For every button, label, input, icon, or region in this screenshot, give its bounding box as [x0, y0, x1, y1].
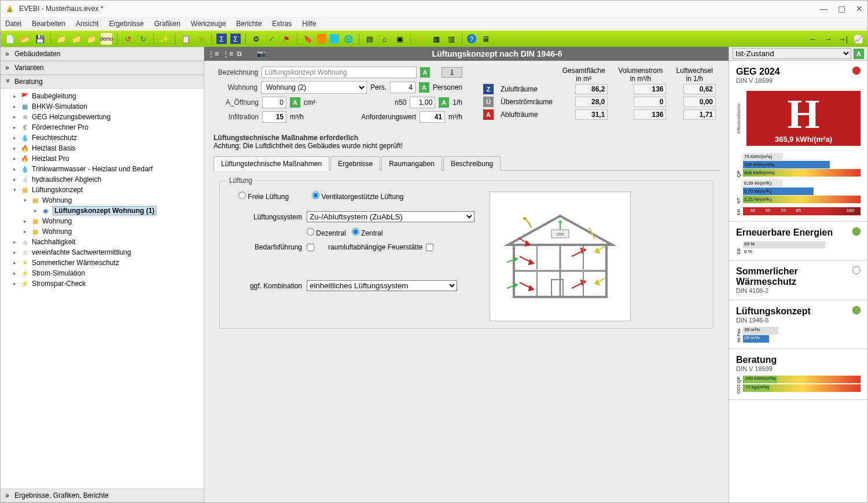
select-kombi[interactable]: einheitliches Lüftungssystem: [307, 280, 457, 291]
select-wohnung[interactable]: Wohnung (2): [261, 81, 367, 94]
tree-item[interactable]: ▸⌂Nachhaltigkeit: [1, 237, 204, 247]
select-lueftsystem[interactable]: Zu-/Abluftsystem (ZuAbLS): [307, 211, 475, 222]
menu-werkzeuge[interactable]: Werkzeuge: [191, 20, 226, 28]
home-icon[interactable]: ⌂: [379, 33, 391, 45]
maximize-button[interactable]: ▢: [838, 4, 845, 13]
minimize-button[interactable]: —: [819, 4, 827, 13]
cyan-icon[interactable]: [330, 34, 339, 43]
folder-icon[interactable]: 📁: [56, 33, 67, 45]
tree-item[interactable]: ▸🚩Baubegleitung: [1, 91, 204, 101]
input-pers[interactable]: [390, 82, 415, 93]
tree-icon: ⚡: [20, 279, 30, 288]
tree-item[interactable]: ▸▦Wohnung: [1, 216, 204, 226]
folder-plus-icon[interactable]: 📁: [71, 33, 82, 45]
tree-item[interactable]: ▸🔥Heizlast Pro: [1, 153, 204, 164]
folder-arrow-icon[interactable]: 📁: [86, 33, 97, 45]
tb-copy-icon[interactable]: ⧉: [237, 50, 242, 58]
settings-icon[interactable]: ⚙: [251, 33, 262, 45]
menu-berichte[interactable]: Berichte: [236, 20, 262, 28]
sigma2-icon[interactable]: Σ: [230, 34, 241, 44]
radio-freie[interactable]: Freie Lüftung: [238, 192, 289, 201]
new-icon[interactable]: 📄: [4, 33, 16, 45]
input-bezeichnung[interactable]: [262, 67, 416, 78]
orange-icon[interactable]: [317, 34, 326, 43]
redo-icon[interactable]: ↻: [137, 33, 149, 45]
tree-item[interactable]: ▸▦BHKW-Simulation: [1, 101, 204, 112]
menu-ansicht[interactable]: Ansicht: [76, 20, 98, 28]
menu-ergebnisse[interactable]: Ergebnisse: [109, 20, 144, 28]
label-bedarf: Bedarfsführung: [227, 243, 302, 251]
section-beratung[interactable]: »Beratung: [1, 75, 204, 89]
tree-item[interactable]: ▸💧Feuchteschutz: [1, 133, 204, 143]
tree-item[interactable]: ▸€Förderrechner Pro: [1, 122, 204, 133]
menu-bearbeiten[interactable]: Bearbeiten: [32, 20, 65, 28]
tree-item[interactable]: ▸▦Wohnung: [1, 226, 204, 237]
close-button[interactable]: ✕: [856, 4, 863, 13]
input-n50[interactable]: [410, 97, 435, 108]
svg-marker-27: [595, 248, 599, 253]
tb2-icon[interactable]: ⋮≡: [222, 50, 233, 58]
svg-marker-23: [514, 258, 517, 262]
tree-item[interactable]: ▸⌂vereinfachte Sachwertermittlung: [1, 247, 204, 258]
help-icon[interactable]: ?: [467, 34, 476, 43]
tree-item[interactable]: ▸☀Sommerlicher Wärmeschutz: [1, 258, 204, 268]
flag-icon[interactable]: ⚑: [281, 33, 292, 45]
svg-marker-21: [525, 241, 530, 246]
tree-item[interactable]: ▸◉Lüftungskonzept Wohnung (1): [1, 205, 204, 216]
sun-icon[interactable]: ☀: [415, 33, 427, 45]
tree-item[interactable]: ▸⌂hydraulischer Abgleich: [1, 174, 204, 185]
section-ergebnisse[interactable]: »Ergebnisse, Grafiken, Berichte: [1, 489, 204, 502]
chart-icon[interactable]: 📈: [852, 33, 864, 45]
db-icon[interactable]: ▤: [364, 33, 376, 45]
skip-icon[interactable]: →|: [837, 33, 849, 45]
menu-hilfe[interactable]: Hilfe: [302, 20, 316, 28]
badge-ist-icon[interactable]: A: [854, 49, 864, 59]
tb-camera-icon[interactable]: 📷: [257, 50, 266, 58]
tree-icon: ⌂: [20, 237, 30, 247]
radio-dezentral[interactable]: Dezentral: [307, 228, 346, 237]
main-toolbar: 📄 📂 💾 📁 📁 📁 demo ↺ ↻ ✨ 📋 ⇲ Σ Σ ⚙ ✓ ⚑ 🔖 🌐…: [1, 31, 867, 47]
tree-item[interactable]: ▸💧Trinkwarmwasser - Heizlast und Bedarf: [1, 164, 204, 174]
tree-item[interactable]: ▾▦Wohnung: [1, 195, 204, 205]
tree-item[interactable]: ▸⚡Strom-Simulation: [1, 268, 204, 278]
save-icon[interactable]: 💾: [34, 33, 46, 45]
wand-icon[interactable]: ✨: [159, 33, 170, 45]
input-aoeffnung[interactable]: [262, 97, 286, 108]
tb1-icon[interactable]: ⋮≡: [208, 50, 219, 58]
select-ist-zustand[interactable]: Ist-Zustand: [733, 48, 851, 59]
tree-item[interactable]: ▸🔥Heizlast Basis: [1, 143, 204, 153]
menu-extras[interactable]: Extras: [272, 20, 292, 28]
check-icon[interactable]: ✓: [266, 33, 277, 45]
menu-grafiken[interactable]: Grafiken: [154, 20, 180, 28]
section-varianten[interactable]: »Varianten: [1, 61, 204, 75]
tree-item[interactable]: ▾▦Lüftungskonzept: [1, 185, 204, 195]
section-gebaeudedaten[interactable]: »Gebäudedaten: [1, 47, 204, 61]
menu-datei[interactable]: Datei: [5, 20, 21, 28]
tab[interactable]: Beschreibung: [443, 156, 501, 171]
back-icon[interactable]: ←: [807, 33, 819, 45]
undo-icon[interactable]: ↺: [122, 33, 134, 45]
checkbox-bedarf[interactable]: [307, 244, 314, 251]
radio-zentral[interactable]: Zentral: [352, 228, 383, 237]
globe-icon[interactable]: 🌐: [343, 33, 354, 45]
monitor-icon[interactable]: 🖥: [480, 33, 491, 45]
forward-icon[interactable]: →: [822, 33, 834, 45]
doc-icon[interactable]: 📋: [180, 33, 192, 45]
checkbox-feuer[interactable]: [426, 244, 433, 251]
tool-icon[interactable]: ▣: [394, 33, 406, 45]
tag-icon[interactable]: 🔖: [302, 33, 314, 45]
tab[interactable]: Lüftungstechnische Maßnahmen: [214, 156, 329, 171]
tree-icon: ◉: [41, 206, 50, 215]
status-dot-none: [852, 266, 860, 274]
tree-item[interactable]: ▸⚡Stromspar-Check: [1, 278, 204, 289]
radio-vent[interactable]: Ventilatorgestützte Lüftung: [312, 192, 403, 201]
open-icon[interactable]: 📂: [19, 33, 31, 45]
tab[interactable]: Raumangaben: [381, 156, 442, 171]
demo-icon[interactable]: demo: [101, 33, 112, 45]
sigma-icon[interactable]: Σ: [216, 34, 227, 44]
tree-item[interactable]: ▸≋GEG Heizungsbewertung: [1, 112, 204, 122]
expand-icon[interactable]: ⇲: [195, 33, 207, 45]
tool3-icon[interactable]: ▥: [446, 33, 457, 45]
tab[interactable]: Ergebnisse: [330, 156, 380, 171]
tool2-icon[interactable]: ▦: [431, 33, 442, 45]
